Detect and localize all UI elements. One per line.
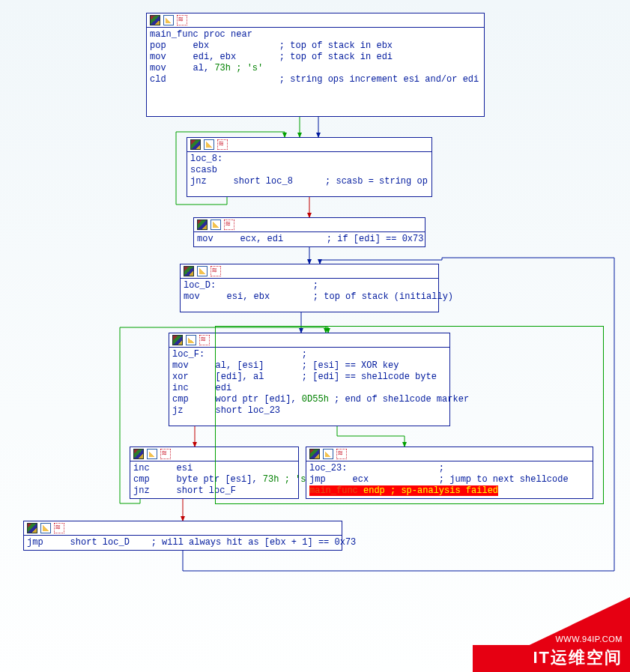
node-titlebar — [24, 521, 342, 536]
code-token: loc_8 — [266, 176, 325, 187]
node-titlebar — [181, 264, 438, 279]
edit-icon — [210, 220, 221, 230]
code-token: inc edi — [172, 383, 231, 393]
code-token: loc_D: — [184, 280, 313, 291]
code-token: cld — [150, 74, 279, 85]
node-code: main_func proc nearpop ebx ; top of stac… — [147, 28, 484, 87]
code-token: ; if [edi] == 0x73 — [327, 234, 424, 244]
code-token: ; [esi] == XOR key — [302, 360, 399, 371]
code-token: jnz — [190, 176, 234, 187]
code-token: esi, ebx — [227, 291, 313, 302]
node-code: mov ecx, edi ; if [edi] == 0x73 — [194, 232, 425, 246]
edge — [337, 426, 405, 447]
node-G[interactable]: loc_23: ;jmp ecx ; jump to next shellcod… — [306, 447, 593, 499]
edit-icon — [40, 523, 51, 533]
graph-icon — [160, 449, 171, 459]
code-token: jmp ecx — [309, 474, 439, 485]
code-token: ; scasb = string op — [325, 176, 428, 187]
node-titlebar — [147, 13, 484, 28]
code-token: 73h — [214, 63, 236, 73]
code-token: ; will always hit as [ebx + 1] == 0x73 — [151, 537, 357, 548]
palette-icon — [27, 523, 37, 533]
code-token: ; — [302, 349, 307, 360]
code-token: ; 's' — [236, 63, 263, 73]
node-titlebar — [169, 333, 449, 348]
graph-icon — [217, 139, 228, 150]
node-titlebar — [194, 218, 425, 232]
palette-icon — [309, 449, 320, 459]
code-token: xor [edi], al — [172, 372, 302, 382]
code-token: ; [edi] == shellcode byte — [302, 372, 437, 382]
graph-icon — [199, 335, 210, 345]
code-token: jz short — [172, 405, 248, 416]
code-token: mov — [184, 291, 227, 302]
code-token: cmp byte ptr [esi], — [133, 474, 263, 485]
node-titlebar — [187, 138, 431, 152]
node-F[interactable]: inc esicmp byte ptr [esi], 73h ; 's'jnz … — [130, 447, 299, 499]
code-token: mov al, [esi] — [172, 360, 302, 371]
code-token: edi, ebx — [193, 52, 279, 62]
code-token: mov — [150, 63, 193, 73]
node-B[interactable]: loc_8:scasbjnz short loc_8 ; scasb = str… — [187, 137, 432, 197]
node-titlebar — [130, 447, 298, 461]
code-token: ebx — [193, 40, 279, 51]
code-token: loc_F: — [172, 349, 302, 360]
graph-icon — [224, 220, 234, 230]
code-token: main_func — [150, 29, 204, 40]
palette-icon — [133, 449, 144, 459]
edit-icon — [163, 15, 174, 25]
code-token: loc_8: — [190, 154, 222, 164]
node-code: loc_D: ;mov esi, ebx ; top of stack (ini… — [181, 279, 438, 304]
palette-icon — [172, 335, 183, 345]
palette-icon — [184, 266, 194, 276]
watermark-label: IT运维空间 — [533, 648, 623, 667]
code-token: proc near — [204, 29, 252, 40]
node-code: inc esicmp byte ptr [esi], 73h ; 's'jnz … — [130, 461, 298, 498]
code-token: 0D55h — [302, 394, 334, 405]
node-A[interactable]: main_func proc nearpop ebx ; top of stac… — [146, 13, 485, 117]
code-token: jnz short — [133, 485, 209, 496]
node-E[interactable]: loc_F: ;mov al, [esi] ; [esi] == XOR key… — [169, 333, 450, 426]
graph-icon — [210, 266, 221, 276]
code-token: loc_D — [103, 537, 151, 548]
node-code: loc_23: ;jmp ecx ; jump to next shellcod… — [306, 461, 593, 498]
code-token: 73h — [263, 474, 285, 485]
code-token: short — [234, 176, 266, 187]
edit-icon — [147, 449, 157, 459]
edit-icon — [197, 266, 208, 276]
graph-icon — [54, 523, 64, 533]
code-token: al, — [193, 63, 215, 73]
code-token: main_func — [309, 485, 358, 496]
edit-icon — [323, 449, 333, 459]
code-token: inc esi — [133, 463, 193, 473]
node-code: jmp short loc_D ; will always hit as [eb… — [24, 536, 342, 550]
edit-icon — [204, 139, 214, 150]
palette-icon — [197, 220, 208, 230]
watermark-url: WWW.94IP.COM — [555, 635, 623, 644]
node-code: loc_8:scasbjnz short loc_8 ; scasb = str… — [187, 152, 431, 189]
code-token: ; top of stack in edi — [279, 52, 393, 62]
code-token: ; — [313, 280, 318, 291]
code-token: ; string ops increment esi and/or edi — [279, 74, 479, 85]
code-token: mov ecx, edi — [197, 234, 327, 244]
code-token: pop — [150, 40, 193, 51]
code-token: mov — [150, 52, 193, 62]
node-H[interactable]: jmp short loc_D ; will always hit as [eb… — [23, 521, 342, 551]
palette-icon — [150, 15, 160, 25]
node-C[interactable]: mov ecx, edi ; if [edi] == 0x73 — [193, 217, 425, 247]
node-code: loc_F: ;mov al, [esi] ; [esi] == XOR key… — [169, 348, 449, 418]
code-token: ; top of stack in ebx — [279, 40, 393, 51]
code-token: loc_F — [209, 485, 236, 496]
palette-icon — [190, 139, 201, 150]
graph-icon — [177, 15, 187, 25]
code-token: ; jump to next shellcode — [439, 474, 569, 485]
watermark-bar: IT运维空间 — [473, 645, 630, 672]
code-token: jmp short — [27, 537, 103, 548]
code-token: ; top of stack (initially) — [313, 291, 453, 302]
graph-icon — [336, 449, 347, 459]
code-token: loc_23: — [309, 463, 439, 473]
edit-icon — [186, 335, 196, 345]
code-token: loc_23 — [248, 405, 280, 416]
node-D[interactable]: loc_D: ;mov esi, ebx ; top of stack (ini… — [180, 264, 439, 312]
code-token: ; end of shellcode marker — [334, 394, 469, 405]
